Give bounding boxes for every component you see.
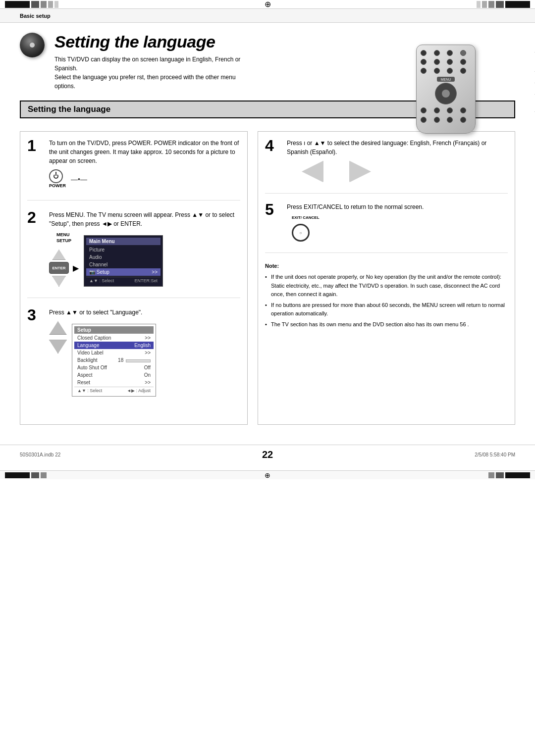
step2-nav-hint: ▲▼ — [192, 211, 205, 218]
power-icon-illus — [49, 169, 63, 183]
setup-hint-left: ▲▼ : Select — [77, 388, 102, 393]
desc-line1: This TV/DVD can display the on screen la… — [54, 56, 240, 72]
step4-press: Press ı or — [287, 140, 312, 147]
step2-nav-hint2: ◄▶ — [102, 220, 113, 227]
step3-press: Press — [49, 309, 64, 316]
step2-dpad: ENTER ▶ — [49, 249, 79, 287]
asp-label: Aspect — [77, 372, 93, 378]
remote-btn — [447, 117, 453, 123]
step2-text-or2: or ENTER. — [113, 220, 142, 227]
notes-title: Note: — [265, 262, 508, 271]
note-item-3: The TV section has its own menu and the … — [265, 320, 508, 329]
setup-reset: Reset >> — [74, 379, 154, 386]
step3-number: 3 — [27, 307, 36, 323]
desc-line2: Select the language you prefer rst, then… — [54, 74, 236, 90]
menu-label-illus: MENU — [56, 232, 71, 237]
step1-number: 1 — [27, 138, 36, 153]
step5-text: Press EXIT/CANCEL to return to the norma… — [287, 202, 508, 211]
notes-section: Note: If the unit does not operate prope… — [265, 262, 508, 329]
title-icon — [20, 33, 45, 57]
as-label: Auto Shut Off — [77, 365, 107, 370]
disc-icon — [20, 33, 45, 57]
step4-illustration — [302, 160, 508, 182]
asp-value: On — [144, 372, 151, 378]
down-chevron — [49, 340, 67, 353]
setup-auto-shut: Auto Shut Off Off — [74, 364, 154, 371]
bottom-registration: ⊕ — [47, 471, 488, 479]
remote-btn — [421, 68, 427, 74]
registration-mark: ⊕ — [58, 0, 477, 8]
bl-num: 18 — [118, 357, 123, 363]
bl-value: 18 — [118, 357, 151, 363]
step5: 5 Press EXIT/CANCEL to return to the nor… — [265, 202, 508, 253]
remote-btn — [434, 68, 440, 74]
setup-aspect: Aspect On — [74, 371, 154, 379]
remote-btn — [434, 59, 440, 65]
step4: 4 Press ı or ▲▼ to select the desired la… — [265, 139, 508, 194]
power-indicator-lines: —•— — [71, 175, 87, 183]
bl-label: Backlight — [77, 357, 98, 363]
cc-label: Closed Caption — [77, 335, 111, 341]
menu-hint: ▲▼ : Select ENTER:Set — [86, 277, 160, 284]
step1: 1 To turn on the TV/DVD, press POWER. PO… — [27, 139, 240, 201]
down-arrow-shape — [52, 276, 66, 287]
vl-value: >> — [145, 350, 151, 355]
menu-item-setup: 📷 Setup >> — [86, 268, 160, 276]
step4-text: Press ı or ▲▼ to select the desired lang… — [287, 139, 508, 156]
note-item-1: If the unit does not operate properly, o… — [265, 273, 508, 299]
step3-select: to select "Language". — [86, 309, 142, 316]
remote-btn — [421, 59, 427, 65]
right-indicator: ▶ — [73, 263, 79, 273]
section-label: Basic setup — [20, 13, 51, 19]
remote-power-btn — [460, 50, 466, 56]
setup-screen: Setup Closed Caption >> Language English… — [72, 324, 156, 397]
step5-illustration: EXIT/ CANCEL ○ — [292, 215, 508, 242]
remote-btn — [434, 107, 440, 113]
remote-btn — [460, 59, 466, 65]
step1-illustration: POWER —•— — [49, 169, 240, 189]
steps-area: 1 To turn on the TV/DVD, press POWER. PO… — [20, 131, 515, 425]
vl-label: Video Label — [77, 350, 104, 355]
rst-value: >> — [145, 380, 151, 385]
remote-diagram: MENU POWER — [381, 45, 510, 134]
note-3-text: The TV section has its own menu and the … — [271, 321, 469, 327]
menu-title: Main Menu — [86, 238, 160, 245]
remote-btn — [421, 107, 427, 113]
step1-content: To turn on the TV/DVD, press POWER. POWE… — [49, 139, 240, 189]
footer-filename: 50S0301A.indb 22 — [20, 452, 248, 457]
step2-text-or: or — [205, 211, 211, 218]
step2-content: Press MENU. The TV menu screen will appe… — [49, 210, 240, 290]
setup-title: Setup — [74, 326, 154, 334]
right-nav-arrow — [349, 160, 371, 182]
page-footer: 50S0301A.indb 22 22 2/5/08 5:58:40 PM — [0, 445, 535, 460]
exit-cancel-btn-illus: ○ — [292, 224, 310, 242]
top-border: ⊕ — [0, 0, 535, 9]
exit-cancel-icon: ○ — [300, 231, 302, 235]
step3-or: or — [79, 309, 85, 316]
left-nav-arrow — [302, 160, 323, 182]
remote-btn — [447, 59, 453, 65]
lang-label: Language — [77, 343, 100, 348]
backlight-bar — [126, 359, 151, 362]
step3-content: Press ▲▼ or to select "Language". — [49, 308, 240, 400]
setup-label-illus: SETUP — [56, 238, 71, 243]
step2-text-p1: Press MENU. The TV menu screen will appe… — [49, 211, 190, 218]
as-value: Off — [144, 365, 151, 370]
setup-hint-right: ◄▶ : Adjust — [127, 388, 151, 393]
dpad — [435, 83, 457, 104]
dpad-center — [442, 90, 450, 98]
remote-btn — [447, 107, 453, 113]
step4-nav: ▲▼ — [314, 140, 327, 147]
step4-number: 4 — [265, 138, 274, 153]
menu-item-channel: Channel — [86, 261, 160, 268]
setup-closed-caption: Closed Caption >> — [74, 334, 154, 342]
remote-btn — [447, 50, 453, 56]
setup-backlight: Backlight 18 — [74, 356, 154, 364]
step1-text: To turn on the TV/DVD, press POWER. POWE… — [49, 139, 240, 165]
main-menu-screen: Main Menu Picture Audio Channel 📷 Setup … — [84, 235, 163, 287]
up-chevron — [49, 321, 67, 335]
step2-number: 2 — [27, 209, 36, 225]
setup-language: Language English — [74, 342, 154, 349]
menu-item-audio: Audio — [86, 253, 160, 261]
menu-hint-right: ENTER:Set — [134, 278, 158, 283]
